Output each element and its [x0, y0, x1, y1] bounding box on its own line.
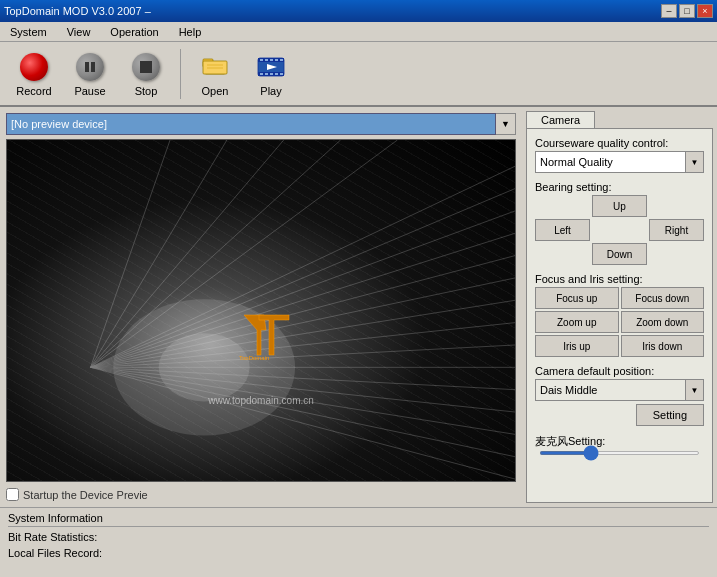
restore-button[interactable]: □: [679, 4, 695, 18]
bearing-center: [592, 219, 647, 241]
iris-up-button[interactable]: Iris up: [535, 335, 619, 357]
camera-tab-bar: Camera: [526, 111, 713, 128]
camera-default-label: Camera default position:: [535, 365, 704, 377]
device-label: [No preview device]: [6, 113, 496, 135]
svg-rect-10: [260, 59, 263, 61]
startup-checkbox[interactable]: [6, 488, 19, 501]
camera-position-select-wrapper: Dais Middle ▼: [535, 379, 704, 401]
title-buttons: – □ ×: [661, 4, 713, 18]
svg-rect-13: [275, 59, 278, 61]
bearing-label: Bearing setting:: [535, 181, 704, 193]
svg-text:TopDomain: TopDomain: [239, 355, 269, 360]
svg-point-42: [159, 333, 250, 401]
system-info-title: System Information: [8, 512, 709, 527]
quality-select-arrow[interactable]: ▼: [686, 151, 704, 173]
svg-rect-18: [275, 73, 278, 75]
svg-rect-4: [203, 61, 227, 74]
svg-rect-17: [270, 73, 273, 75]
close-button[interactable]: ×: [697, 4, 713, 18]
stop-icon: [130, 51, 162, 83]
quality-select-wrapper: Normal Quality High Quality Low Quality …: [535, 151, 704, 173]
focus-section: Focus and Iris setting: Focus up Focus d…: [535, 273, 704, 357]
bearing-up-button[interactable]: Up: [592, 195, 647, 217]
toolbar: Record Pause Stop: [0, 42, 717, 107]
logo-container: TopDomain: [239, 310, 294, 362]
device-selector-row: [No preview device] ▼: [6, 113, 516, 135]
camera-tab[interactable]: Camera: [526, 111, 595, 128]
svg-rect-11: [265, 59, 268, 61]
startup-row: Startup the Device Previe: [6, 488, 516, 501]
microphone-section: 麦克风Setting:: [535, 434, 704, 455]
bearing-empty-1: [535, 195, 590, 217]
watermark: www.topdomain.com.cn: [208, 395, 314, 406]
menu-help[interactable]: Help: [173, 24, 208, 40]
bearing-left-button[interactable]: Left: [535, 219, 590, 241]
camera-default-section: Camera default position: Dais Middle ▼ S…: [535, 365, 704, 426]
quality-section: Courseware quality control: Normal Quali…: [535, 137, 704, 173]
minimize-button[interactable]: –: [661, 4, 677, 18]
pause-icon: [74, 51, 106, 83]
focus-down-button[interactable]: Focus down: [621, 287, 705, 309]
pause-button[interactable]: Pause: [64, 46, 116, 102]
bearing-right-button[interactable]: Right: [649, 219, 704, 241]
record-icon: [18, 51, 50, 83]
play-label: Play: [260, 85, 281, 97]
open-icon: [199, 51, 231, 83]
focus-grid: Focus up Focus down Zoom up Zoom down Ir…: [535, 287, 704, 357]
play-icon: [255, 51, 287, 83]
main-content: [No preview device] ▼: [0, 107, 717, 507]
menu-system[interactable]: System: [4, 24, 53, 40]
svg-rect-19: [280, 73, 283, 75]
svg-rect-14: [280, 59, 283, 61]
svg-rect-16: [265, 73, 268, 75]
local-files-row: Local Files Record:: [8, 545, 709, 561]
topdomain-logo: TopDomain: [239, 310, 294, 360]
stop-button[interactable]: Stop: [120, 46, 172, 102]
system-info: System Information Bit Rate Statistics: …: [0, 507, 717, 577]
focus-label: Focus and Iris setting:: [535, 273, 704, 285]
bearing-empty-2: [649, 195, 704, 217]
bearing-empty-3: [535, 243, 590, 265]
open-label: Open: [202, 85, 229, 97]
device-dropdown-arrow[interactable]: ▼: [496, 113, 516, 135]
svg-rect-15: [260, 73, 263, 75]
svg-rect-1: [91, 62, 95, 72]
quality-select[interactable]: Normal Quality High Quality Low Quality: [535, 151, 686, 173]
bearing-grid: Up Left Right Down: [535, 195, 704, 265]
pause-label: Pause: [74, 85, 105, 97]
preview-image: TopDomain www.topdomain.com.cn: [7, 140, 515, 481]
setting-button[interactable]: Setting: [636, 404, 704, 426]
title-text: TopDomain MOD V3.0 2007 –: [4, 5, 151, 17]
zoom-down-button[interactable]: Zoom down: [621, 311, 705, 333]
focus-up-button[interactable]: Focus up: [535, 287, 619, 309]
menu-view[interactable]: View: [61, 24, 97, 40]
startup-label: Startup the Device Previe: [23, 489, 148, 501]
menu-operation[interactable]: Operation: [104, 24, 164, 40]
camera-position-arrow[interactable]: ▼: [686, 379, 704, 401]
record-label: Record: [16, 85, 51, 97]
svg-rect-12: [270, 59, 273, 61]
preview-area: TopDomain www.topdomain.com.cn: [6, 139, 516, 482]
stop-label: Stop: [135, 85, 158, 97]
microphone-slider[interactable]: [539, 451, 700, 455]
microphone-slider-container: [535, 451, 704, 455]
open-button[interactable]: Open: [189, 46, 241, 102]
left-panel: [No preview device] ▼: [0, 107, 522, 507]
quality-label: Courseware quality control:: [535, 137, 704, 149]
record-button[interactable]: Record: [8, 46, 60, 102]
right-panel: Camera Courseware quality control: Norma…: [522, 107, 717, 507]
iris-down-button[interactable]: Iris down: [621, 335, 705, 357]
bearing-empty-4: [649, 243, 704, 265]
toolbar-separator: [180, 49, 181, 99]
camera-position-select[interactable]: Dais Middle: [535, 379, 686, 401]
bit-rate-row: Bit Rate Statistics:: [8, 529, 709, 545]
bearing-down-button[interactable]: Down: [592, 243, 647, 265]
bearing-section: Bearing setting: Up Left Right Down: [535, 181, 704, 265]
camera-panel: Courseware quality control: Normal Quali…: [526, 128, 713, 503]
svg-marker-43: [244, 315, 266, 355]
svg-rect-0: [85, 62, 89, 72]
title-bar: TopDomain MOD V3.0 2007 – – □ ×: [0, 0, 717, 22]
menu-bar: System View Operation Help: [0, 22, 717, 42]
zoom-up-button[interactable]: Zoom up: [535, 311, 619, 333]
play-button[interactable]: Play: [245, 46, 297, 102]
